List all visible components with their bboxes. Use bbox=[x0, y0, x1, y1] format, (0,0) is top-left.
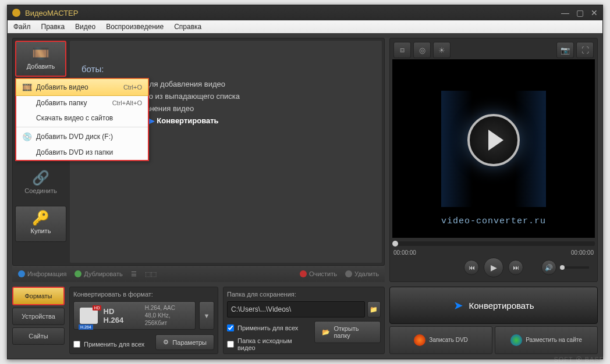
play-button[interactable]: ▶ bbox=[484, 258, 503, 277]
menu-playback[interactable]: Воспроизведение bbox=[106, 23, 164, 31]
fullscreen-button[interactable]: ⛶ bbox=[576, 42, 594, 58]
folder-open-icon: 📂 bbox=[322, 329, 330, 336]
add-label: Добавить bbox=[27, 63, 55, 70]
key-icon: 🔑 bbox=[32, 210, 49, 226]
menu-video[interactable]: Видео bbox=[75, 23, 95, 31]
params-button[interactable]: ⚙Параметры bbox=[155, 334, 214, 350]
time-start: 00:00:00 bbox=[393, 249, 416, 256]
prev-button[interactable]: ⏮ bbox=[464, 260, 479, 275]
format-dropdown-arrow[interactable]: ▼ bbox=[199, 301, 214, 330]
camera-icon: HD bbox=[80, 308, 98, 324]
minimize-button[interactable]: — bbox=[561, 8, 569, 17]
seek-bar[interactable] bbox=[392, 241, 595, 246]
brightness-icon: ☀ bbox=[438, 46, 445, 55]
open-folder-button[interactable]: 📂Открыть папку bbox=[314, 321, 381, 343]
format-panel: Конвертировать в формат: HD HD H.264 H.2… bbox=[69, 287, 218, 354]
snapshot-button[interactable]: 📷 bbox=[556, 42, 574, 58]
time-end: 00:00:00 bbox=[571, 249, 594, 256]
left-pane: 🎞️ Добавить 🔗 Соединить 🔑 Купить bbox=[12, 38, 385, 354]
bottom-panels: Форматы Устройства Сайты Конвертировать … bbox=[12, 287, 385, 354]
camera-icon: 📷 bbox=[561, 46, 570, 55]
switch-toggle-icon[interactable]: ⬚⬚ bbox=[145, 270, 157, 278]
menu-add-folder[interactable]: Добавить папку Ctrl+Alt+O bbox=[16, 95, 148, 110]
convert-panel: ➤ Конвертировать Записать DVD Разместить… bbox=[389, 287, 598, 354]
folder-icon: 📁 bbox=[370, 306, 378, 313]
playback-controls: ⏮ ▶ ⏭ 🔊 bbox=[392, 256, 595, 279]
join-label: Соединить bbox=[24, 187, 57, 194]
save-path-input[interactable] bbox=[227, 301, 365, 317]
video-preview: video-converter.ru bbox=[392, 59, 595, 238]
clear-icon bbox=[300, 270, 307, 277]
play-icon bbox=[467, 114, 520, 166]
sun-icon: ◎ bbox=[419, 46, 425, 55]
delete-icon bbox=[345, 270, 352, 277]
speaker-icon: 🔊 bbox=[545, 264, 553, 272]
preview-toolbar: ⧈ ◎ ☀ 📷 ⛶ bbox=[392, 41, 595, 59]
volume-slider[interactable] bbox=[560, 266, 589, 269]
join-icon: 🔗 bbox=[32, 170, 49, 186]
film-add-icon: 🎞️ bbox=[32, 45, 49, 62]
volume-button[interactable]: 🔊 bbox=[541, 260, 556, 275]
crop-button[interactable]: ⧈ bbox=[393, 42, 411, 58]
fullscreen-icon: ⛶ bbox=[581, 46, 589, 55]
app-title: ВидеоМАСТЕР bbox=[25, 9, 78, 17]
crop-icon: ⧈ bbox=[400, 45, 405, 55]
preview-brand: video-converter.ru bbox=[392, 216, 595, 226]
add-dropdown-menu: 🎞️ Добавить видео Ctrl+O Добавить папку … bbox=[15, 78, 149, 161]
buy-label: Купить bbox=[31, 227, 51, 234]
titlebar: ВидеоМАСТЕР — ▢ ✕ bbox=[8, 5, 602, 20]
maximize-button[interactable]: ▢ bbox=[576, 8, 584, 17]
menu-add-video[interactable]: 🎞️ Добавить видео Ctrl+O bbox=[16, 78, 148, 96]
format-selector[interactable]: HD HD H.264 H.264, AAC 48,0 KHz, 256Кбит bbox=[73, 301, 196, 330]
delete-button[interactable]: Удалить bbox=[345, 270, 379, 277]
burn-dvd-button[interactable]: Записать DVD bbox=[389, 326, 492, 354]
tab-devices[interactable]: Устройства bbox=[12, 308, 65, 325]
globe-icon bbox=[510, 334, 522, 346]
duplicate-button[interactable]: Дублировать bbox=[75, 270, 122, 277]
content-area: 🎞️ Добавить 🔗 Соединить 🔑 Купить bbox=[8, 33, 602, 359]
format-label: Конвертировать в формат: bbox=[73, 291, 214, 298]
next-button[interactable]: ⏭ bbox=[508, 260, 523, 275]
menu-help[interactable]: Справка bbox=[174, 23, 201, 31]
menu-file[interactable]: Файл bbox=[13, 23, 31, 31]
brightness-button[interactable]: ☀ bbox=[433, 42, 451, 58]
watermark: SOFT ⦿ BASE bbox=[554, 356, 604, 363]
tab-sites[interactable]: Сайты bbox=[12, 327, 65, 345]
instructions-heading: боты: bbox=[81, 64, 370, 74]
menu-download-sites[interactable]: Скачать видео с сайтов bbox=[16, 110, 148, 126]
info-button[interactable]: Информация bbox=[18, 270, 66, 277]
layout-toggle-icon[interactable]: ☰ bbox=[131, 270, 137, 278]
buy-button[interactable]: 🔑 Купить bbox=[15, 206, 66, 242]
disc-burn-icon bbox=[414, 334, 425, 346]
app-logo-icon bbox=[12, 9, 20, 17]
menu-add-dvd-folder[interactable]: Добавить DVD из папки bbox=[16, 145, 148, 160]
add-button[interactable]: 🎞️ Добавить bbox=[15, 41, 66, 77]
browse-button[interactable]: 📁 bbox=[367, 301, 381, 317]
save-label: Папка для сохранения: bbox=[227, 291, 381, 298]
film-plus-icon: 🎞️ bbox=[22, 83, 33, 92]
app-window: ВидеоМАСТЕР — ▢ ✕ Файл Правка Видео Восп… bbox=[7, 5, 603, 359]
convert-arrow-icon: ➤ bbox=[453, 298, 463, 312]
info-icon bbox=[18, 270, 25, 277]
menu-add-dvd-disc[interactable]: 💿 Добавить DVD диск (F:) bbox=[16, 129, 148, 145]
convert-button[interactable]: ➤ Конвертировать bbox=[389, 287, 598, 324]
join-button[interactable]: 🔗 Соединить bbox=[15, 166, 66, 202]
tab-formats[interactable]: Форматы bbox=[12, 287, 65, 305]
format-tabs: Форматы Устройства Сайты bbox=[12, 287, 65, 354]
source-folder-check[interactable]: Папка с исходным видео bbox=[227, 337, 305, 351]
effects-button[interactable]: ◎ bbox=[413, 42, 431, 58]
list-toolbar: Информация Дублировать ☰ ⬚⬚ Очистить Уда… bbox=[12, 266, 385, 282]
clear-button[interactable]: Очистить bbox=[300, 270, 337, 277]
publish-web-button[interactable]: Разместить на сайте bbox=[495, 326, 598, 354]
right-pane: ⧈ ◎ ☀ 📷 ⛶ video-converter.ru 00:00: bbox=[389, 38, 598, 354]
format-name: HD H.264 bbox=[104, 307, 133, 324]
close-button[interactable]: ✕ bbox=[591, 8, 598, 17]
menu-edit[interactable]: Правка bbox=[41, 23, 65, 31]
apply-all-save[interactable]: Применить для всех bbox=[227, 324, 305, 331]
menubar: Файл Правка Видео Воспроизведение Справк… bbox=[8, 20, 602, 33]
duplicate-icon bbox=[75, 270, 81, 277]
apply-all-format[interactable]: Применить для всех bbox=[73, 341, 144, 348]
main-area: 🎞️ Добавить 🔗 Соединить 🔑 Купить bbox=[12, 38, 385, 266]
disc-icon: 💿 bbox=[22, 132, 33, 141]
preview-panel: ⧈ ◎ ☀ 📷 ⛶ video-converter.ru 00:00: bbox=[389, 38, 598, 282]
